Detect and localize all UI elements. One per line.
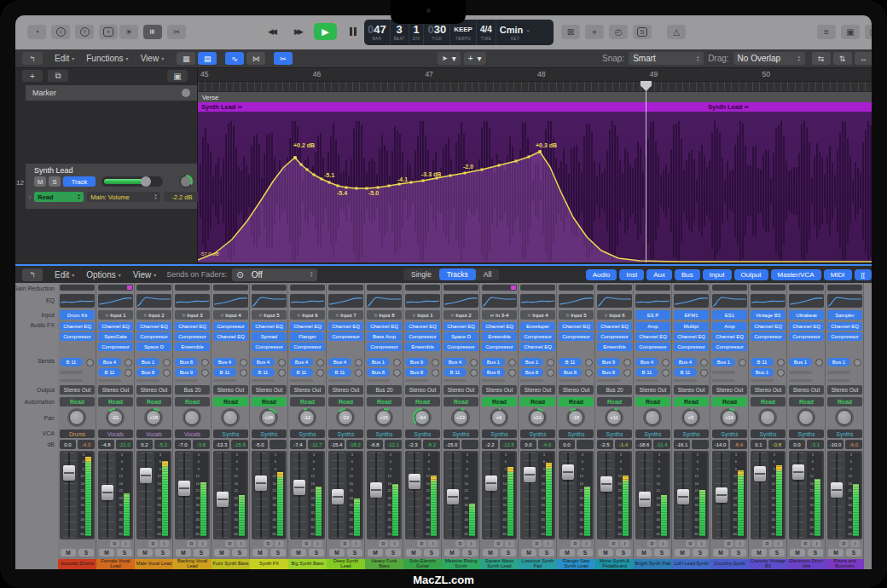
audio-fx-slot[interactable]: Compressor — [405, 332, 440, 341]
send-level-knob[interactable] — [470, 359, 478, 366]
input-monitor-button[interactable]: I — [582, 540, 591, 547]
audio-fx-slot[interactable]: Compressor — [290, 343, 325, 351]
send-bus[interactable]: Bus 1 — [827, 358, 850, 366]
output-slot[interactable]: Bus 20 — [175, 385, 210, 395]
send-bus[interactable]: B 11 — [559, 358, 582, 366]
fader-cap[interactable] — [293, 480, 305, 495]
record-enable-button[interactable]: R — [148, 540, 158, 547]
menu-view[interactable]: View▾ — [141, 54, 165, 63]
send-bus[interactable]: B 11 — [444, 368, 467, 377]
send-slot[interactable]: B 11 — [60, 358, 95, 366]
solo-button[interactable]: S — [654, 549, 670, 556]
verse-marker[interactable]: Verse — [198, 91, 872, 102]
input-monitor-button[interactable]: I — [658, 540, 668, 547]
record-enable-button[interactable]: R — [340, 540, 350, 547]
automation-mode-button[interactable]: Read — [175, 397, 210, 406]
record-enable-button[interactable]: R — [532, 540, 542, 547]
output-slot[interactable]: Stereo Out — [674, 385, 709, 395]
mute-button[interactable]: M — [828, 549, 844, 556]
vca-slot[interactable]: Synths — [444, 429, 478, 438]
send-bus[interactable]: Bus 4 — [674, 358, 697, 366]
automation-mode-button[interactable]: Read — [444, 397, 478, 406]
send-bus[interactable]: Bus 4 — [213, 358, 236, 366]
send-slot[interactable] — [712, 368, 747, 377]
audio-fx-slot[interactable]: Compressor — [60, 332, 95, 341]
send-slot[interactable]: Bus 1 — [520, 358, 555, 366]
fader-cap[interactable] — [677, 489, 689, 504]
audio-fx-slot[interactable]: Compressor — [635, 343, 670, 351]
send-bus[interactable]: Bus 9 — [597, 358, 620, 366]
solo-mode-icon[interactable]: S — [633, 25, 652, 39]
send-bus[interactable]: Bus 4 — [635, 358, 658, 366]
channel-name[interactable]: Solo Electric Guitar — [403, 559, 442, 569]
send-bus[interactable]: B 11 — [252, 368, 275, 377]
audio-fx-slot[interactable]: Compressor — [98, 343, 133, 351]
fader-cap[interactable] — [792, 464, 804, 480]
input-slot[interactable]: ○Input 6 — [597, 310, 632, 320]
audio-fx-slot[interactable]: Space D — [444, 332, 478, 341]
send-level-knob[interactable] — [662, 359, 670, 366]
output-slot[interactable]: Stereo Out — [60, 385, 95, 395]
audio-fx-slot[interactable]: Multipr — [674, 322, 709, 331]
solo-button[interactable]: S — [693, 549, 708, 556]
automation-icon[interactable]: ∿ — [225, 52, 244, 65]
forward-button[interactable]: ▶▶ — [287, 23, 308, 40]
input-slot[interactable]: ○Input 5 — [559, 310, 594, 320]
record-enable-button[interactable]: R — [417, 540, 426, 547]
send-slot[interactable]: B 11 — [674, 368, 709, 377]
send-slot[interactable]: Bus 8 — [405, 368, 440, 377]
automation-mode-button[interactable]: Read — [98, 397, 133, 406]
audio-fx-slot[interactable]: Channel EQ — [60, 322, 95, 331]
playhead[interactable] — [646, 81, 646, 262]
output-slot[interactable]: Stereo Out — [136, 385, 171, 395]
fader-track[interactable] — [178, 453, 190, 538]
mute-button[interactable]: M — [636, 549, 652, 556]
audio-fx-slot[interactable]: Bass Amp — [367, 332, 402, 341]
send-bus[interactable]: B 11 — [98, 368, 121, 377]
record-enable-button[interactable]: R — [225, 540, 235, 547]
track-mute-button[interactable]: M — [34, 176, 46, 187]
eq-thumbnail[interactable] — [789, 294, 824, 308]
send-level-knob[interactable] — [623, 369, 631, 377]
send-slot[interactable]: B 11 — [98, 368, 133, 377]
split-icon[interactable]: ✂ — [274, 52, 293, 65]
automation-mode-button[interactable]: Read — [328, 397, 363, 406]
scissors-icon[interactable]: ✂ — [167, 25, 186, 39]
regions-view-icon[interactable]: ▤ — [198, 52, 217, 65]
fader-track[interactable] — [677, 453, 689, 538]
automation-mode-button[interactable]: Read — [789, 397, 824, 406]
solo-button[interactable]: S — [577, 549, 593, 556]
send-bus[interactable]: Bus 1 — [136, 358, 159, 366]
fader-track[interactable] — [831, 453, 843, 538]
send-slot[interactable]: Bus 9 — [175, 368, 210, 377]
fader-cap[interactable] — [639, 492, 651, 507]
output-slot[interactable]: Bus 20 — [367, 385, 402, 395]
fader-cap[interactable] — [600, 476, 612, 492]
bar-ruler[interactable]: 45464748495051 — [198, 68, 872, 81]
solo-button[interactable]: S — [347, 549, 362, 556]
send-bus[interactable]: Bus 9 — [175, 368, 198, 377]
track-solo-button[interactable]: S — [49, 176, 61, 187]
pan-knob[interactable]: +28 — [259, 408, 278, 427]
audio-fx-slot[interactable]: Channel EQ — [405, 322, 440, 331]
eq-thumbnail[interactable] — [712, 294, 747, 308]
send-slot[interactable]: B 11 — [444, 368, 478, 377]
send-level-knob[interactable] — [585, 369, 593, 377]
channel-name[interactable]: Female Vocal Lead — [96, 559, 135, 569]
track-header-synth-lead[interactable]: 12 Synth Lead M S Track › Read▲▼ Main: V… — [26, 164, 197, 209]
audio-fx-slot[interactable]: Amp — [712, 322, 747, 331]
filter-input[interactable]: Input — [703, 269, 732, 280]
channel-name[interactable]: LoFi Lead Synth — [672, 559, 710, 569]
output-slot[interactable]: Stereo Out — [252, 385, 287, 395]
audio-fx-slot[interactable]: Channel EQ — [482, 322, 517, 331]
list-editors-icon[interactable]: ≡ — [817, 25, 836, 39]
send-bus[interactable]: Bus 9 — [405, 358, 428, 366]
eq-thumbnail[interactable] — [213, 294, 248, 308]
send-bus[interactable]: Bus 8 — [482, 368, 505, 377]
solo-button[interactable]: S — [232, 549, 247, 556]
mute-button[interactable]: M — [483, 549, 498, 556]
send-slot[interactable] — [60, 368, 95, 377]
audio-fx-slot[interactable]: Compressor — [827, 332, 862, 341]
filter-audio[interactable]: Audio — [586, 269, 617, 280]
channel-name[interactable]: Male Vocal Lead — [135, 559, 173, 569]
